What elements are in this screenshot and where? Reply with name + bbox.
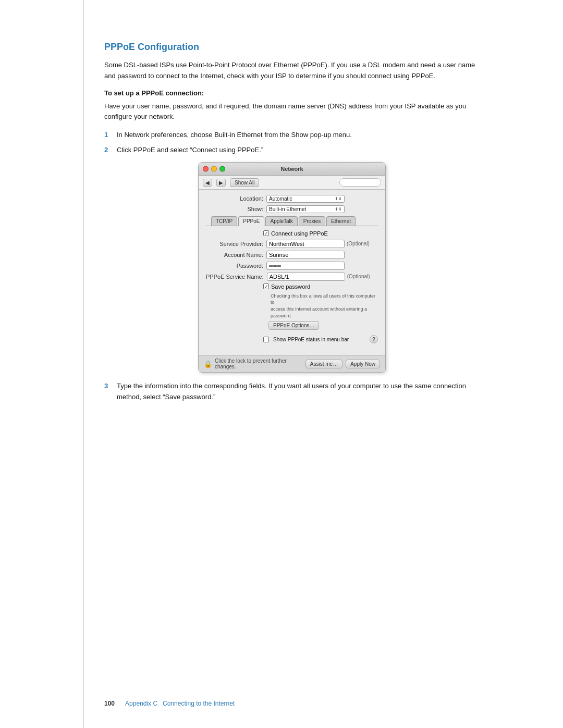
- network-dialog-screenshot: Network ◀ ▶ Show All Location: Automatic…: [198, 162, 386, 373]
- save-note-line1: Checking this box allows all users of th…: [271, 293, 375, 305]
- page-container: PPPoE Configuration Some DSL-based ISPs …: [0, 0, 563, 728]
- step-3-text: Type the information into the correspond…: [117, 381, 480, 403]
- step-2-text: Click PPPoE and select “Connect using PP…: [117, 145, 480, 156]
- footer-appendix: Appendix C Connecting to the Internet: [125, 700, 235, 707]
- titlebar-buttons: [203, 166, 225, 172]
- show-arrow: ⬆⬇: [335, 207, 342, 212]
- dialog-title: Network: [280, 166, 303, 172]
- page-footer: 100 Appendix C Connecting to the Interne…: [0, 700, 563, 707]
- account-name-input[interactable]: [266, 251, 345, 259]
- assist-me-button[interactable]: Assist me…: [305, 360, 342, 368]
- step-1: 1 In Network preferences, choose Built-i…: [104, 130, 480, 141]
- pppoe-service-row: PPPoE Service Name: (Optional): [206, 273, 378, 281]
- minimize-button[interactable]: [211, 166, 217, 172]
- tab-tcpip[interactable]: TCP/IP: [211, 216, 237, 226]
- save-password-label: Save password: [271, 283, 310, 290]
- pppoe-options-container: PPPoE Options…: [206, 321, 378, 332]
- subsection-title: To set up a PPPoE connection:: [104, 89, 480, 97]
- lock-icon[interactable]: 🔒: [204, 360, 212, 368]
- dialog-footer: 🔒 Click the lock to prevent further chan…: [199, 355, 385, 372]
- footer-prefix: Appendix C: [125, 700, 157, 707]
- connect-checkbox[interactable]: ✓: [263, 230, 269, 236]
- step-3: 3 Type the information into the correspo…: [104, 381, 480, 403]
- account-name-label: Account Name:: [206, 252, 263, 258]
- step-1-text: In Network preferences, choose Built-in …: [117, 130, 480, 141]
- apply-now-button[interactable]: Apply Now: [346, 360, 380, 368]
- left-margin-rule: [83, 0, 84, 728]
- subsection-body: Have your user name, password, and if re…: [104, 101, 480, 123]
- password-row: Password:: [206, 262, 378, 270]
- password-input[interactable]: [266, 262, 345, 270]
- intro-text: Some DSL-based ISPs use Point-to-Point P…: [104, 60, 480, 82]
- service-provider-input[interactable]: [266, 240, 345, 248]
- save-password-checkbox[interactable]: ✓: [263, 283, 269, 289]
- tab-ethernet[interactable]: Ethernet: [326, 216, 356, 226]
- steps-list-3: 3 Type the information into the correspo…: [104, 381, 480, 403]
- show-status-label: Show PPPoE status in menu bar: [273, 337, 349, 342]
- maximize-button[interactable]: [219, 166, 225, 172]
- dialog-body: Location: Automatic ⬆⬇ Show: Built-in Et…: [199, 190, 385, 355]
- pppoe-service-optional: (Optional): [347, 274, 370, 279]
- tab-bar: TCP/IP PPPoE AppleTalk Proxies Ethernet: [206, 216, 378, 226]
- show-row: Show: Built-in Ethernet ⬆⬇: [206, 205, 378, 213]
- step-3-num: 3: [104, 381, 114, 392]
- save-password-checkbox-row: ✓ Save password: [206, 283, 378, 290]
- show-select[interactable]: Built-in Ethernet ⬆⬇: [266, 205, 345, 213]
- service-provider-label: Service Provider:: [206, 241, 263, 247]
- pppoe-section: ✓ Connect using PPPoE Service Provider: …: [206, 226, 378, 350]
- close-button[interactable]: [203, 166, 209, 172]
- location-row: Location: Automatic ⬆⬇: [206, 195, 378, 203]
- pppoe-service-input[interactable]: [267, 273, 345, 281]
- pppoe-options-button[interactable]: PPPoE Options…: [268, 321, 319, 330]
- save-note-line2: access this Internet account without ent…: [271, 306, 367, 318]
- dialog-titlebar: Network: [199, 163, 385, 176]
- show-value: Built-in Ethernet: [269, 206, 306, 212]
- forward-button[interactable]: ▶: [216, 179, 226, 187]
- tab-pppoe[interactable]: PPPoE: [238, 216, 264, 226]
- service-provider-row: Service Provider: (Optional): [206, 240, 378, 248]
- steps-list: 1 In Network preferences, choose Built-i…: [104, 130, 480, 156]
- connect-checkbox-label: Connect using PPPoE: [271, 230, 328, 237]
- toolbar-row: ◀ ▶ Show All: [199, 176, 385, 190]
- step-2: 2 Click PPPoE and select “Connect using …: [104, 145, 480, 156]
- search-input[interactable]: [339, 178, 381, 187]
- account-name-row: Account Name:: [206, 251, 378, 259]
- tab-proxies[interactable]: Proxies: [299, 216, 325, 226]
- show-status-checkbox[interactable]: [263, 337, 269, 342]
- section-title: PPPoE Configuration: [104, 42, 480, 53]
- password-label: Password:: [206, 263, 263, 269]
- show-label: Show:: [206, 206, 263, 212]
- show-all-button[interactable]: Show All: [230, 178, 259, 187]
- page-number: 100: [104, 700, 115, 707]
- service-provider-optional: (Optional): [347, 241, 370, 246]
- menubar-row: Show PPPoE status in menu bar ?: [206, 335, 378, 343]
- location-select[interactable]: Automatic ⬆⬇: [266, 195, 345, 203]
- location-arrow: ⬆⬇: [335, 196, 342, 201]
- step-2-num: 2: [104, 145, 114, 156]
- location-value: Automatic: [269, 196, 292, 202]
- location-label: Location:: [206, 195, 263, 202]
- step-1-num: 1: [104, 130, 114, 141]
- help-button[interactable]: ?: [370, 335, 378, 343]
- footer-lock-text: Click the lock to prevent further change…: [215, 358, 302, 369]
- tab-appletalk[interactable]: AppleTalk: [265, 216, 297, 226]
- footer-link: Connecting to the Internet: [163, 700, 235, 707]
- save-password-note: Checking this box allows all users of th…: [206, 293, 378, 319]
- pppoe-service-label: PPPoE Service Name:: [206, 274, 264, 280]
- back-button[interactable]: ◀: [203, 179, 212, 187]
- connect-checkbox-row: ✓ Connect using PPPoE: [206, 230, 378, 237]
